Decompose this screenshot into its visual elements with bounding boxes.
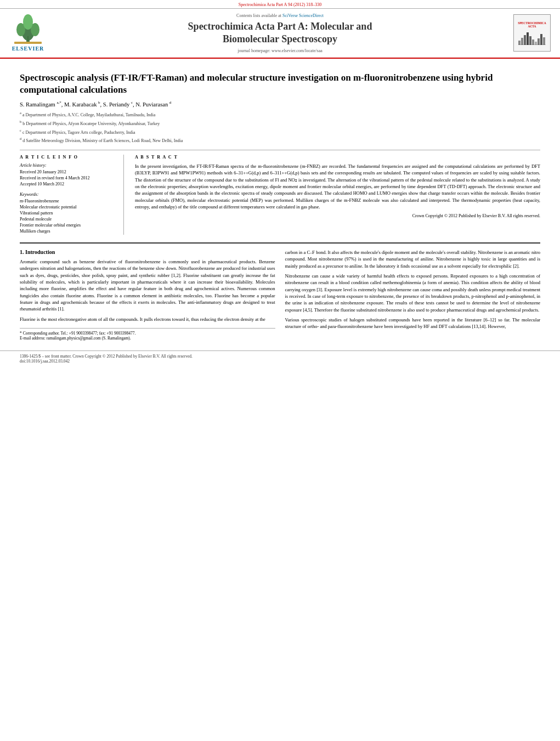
- contents-available-line: Contents lists available at SciVerse Sci…: [53, 13, 507, 18]
- svg-rect-16: [543, 37, 545, 45]
- elsevier-tree-icon: [14, 14, 42, 44]
- footnote-line2: E-mail address: ramalingam.physics@gmail…: [20, 336, 275, 341]
- spectro-logo-title: SPECTROCHIMICAACTA: [518, 21, 546, 29]
- right-column: carbon in a C–F bond. It also affects th…: [285, 249, 541, 341]
- article-info-panel: A R T I C L E I N F O Article history: R…: [20, 155, 124, 235]
- svg-rect-13: [535, 42, 537, 45]
- svg-rect-11: [529, 36, 531, 45]
- svg-rect-6: [14, 42, 42, 44]
- right-para2: Nitrobenzene can cause a wide variety of…: [285, 273, 541, 313]
- bottom-line1: 1386-1425/$ – see front matter. Crown Co…: [20, 354, 540, 359]
- keywords-section: Keywords: m-Fluoronitrobenzene Molecular…: [20, 192, 116, 234]
- article-info-label: A R T I C L E I N F O: [20, 155, 116, 160]
- keyword-5: Frontier molecular orbital energies: [20, 223, 116, 228]
- right-para3: Various spectroscopic studies of halogen…: [285, 316, 541, 330]
- journal-homepage: journal homepage: www.elsevier.com/locat…: [53, 48, 507, 53]
- right-para1: carbon in a C–F bond. It also affects th…: [285, 249, 541, 269]
- elsevier-brand-text: ELSEVIER: [12, 46, 44, 52]
- intro-para1: Aromatic compound such as benzene deriva…: [20, 258, 275, 313]
- received-date: Received 20 January 2012: [20, 169, 116, 174]
- affiliation-b: b b Department of Physics, Afyon Kocatep…: [20, 119, 540, 127]
- affiliation-d: d d Satellite Meteorology Division, Mini…: [20, 136, 540, 144]
- bottom-bar: 1386-1425/$ – see front matter. Crown Co…: [0, 350, 560, 366]
- keyword-6: Mulliken charges: [20, 229, 116, 234]
- history-label: Article history:: [20, 163, 116, 168]
- svg-rect-9: [524, 35, 526, 45]
- sciverse-link[interactable]: SciVerse ScienceDirect: [282, 13, 324, 18]
- copyright-line: Crown Copyright © 2012 Published by Else…: [135, 213, 540, 218]
- authors-line: S. Ramalingam a,*, M. Karabacak b, S. Pe…: [20, 100, 540, 108]
- svg-rect-12: [532, 39, 534, 45]
- intro-para2: Fluorine is the most electronegative ato…: [20, 316, 275, 323]
- keyword-1: m-Fluoronitrobenzene: [20, 199, 116, 203]
- spectro-chart-icon: [518, 30, 546, 45]
- journal-header: ELSEVIER Contents lists available at Sci…: [0, 9, 560, 59]
- accepted-date: Accepted 10 March 2012: [20, 182, 116, 186]
- journal-title-area: Contents lists available at SciVerse Sci…: [53, 13, 507, 53]
- svg-rect-10: [527, 32, 529, 45]
- article-info-abstract-section: A R T I C L E I N F O Article history: R…: [20, 150, 540, 235]
- affiliation-c: c c Department of Physics, Tagore Arts c…: [20, 128, 540, 136]
- article-title: Spectroscopic analysis (FT-IR/FT-Raman) …: [20, 72, 540, 96]
- keyword-4: Pedestal molecule: [20, 217, 116, 222]
- article-body: Spectroscopic analysis (FT-IR/FT-Raman) …: [0, 59, 560, 346]
- intro-heading: 1. Introduction: [20, 249, 275, 255]
- svg-rect-15: [540, 34, 542, 45]
- revised-date: Received in revised form 4 March 2012: [20, 176, 116, 180]
- top-bar: Spectrochimica Acta Part A 94 (2012) 318…: [0, 0, 560, 9]
- footnote-line1: * Corresponding author. Tel.: +91 900339…: [20, 331, 275, 336]
- journal-title: Spectrochimica Acta Part A: Molecular an…: [53, 20, 507, 46]
- keywords-label: Keywords:: [20, 192, 116, 197]
- bottom-line2: doi:10.1016/j.saa.2012.03.042: [20, 359, 540, 364]
- abstract-label: A B S T R A C T: [135, 155, 540, 160]
- affiliation-a: a a Department of Physics, A.V.C. Colleg…: [20, 110, 540, 118]
- spectrochimica-logo: SPECTROCHIMICAACTA: [513, 14, 551, 52]
- svg-rect-8: [521, 38, 523, 45]
- abstract-panel: A B S T R A C T In the present investiga…: [135, 155, 540, 235]
- keyword-3: Vibrational pattern: [20, 211, 116, 216]
- svg-rect-14: [538, 38, 540, 45]
- svg-point-4: [23, 14, 33, 30]
- svg-rect-7: [518, 41, 521, 45]
- footnote: * Corresponding author. Tel.: +91 900339…: [20, 328, 275, 341]
- main-content: 1. Introduction Aromatic compound such a…: [20, 242, 540, 341]
- elsevier-logo: ELSEVIER: [9, 14, 47, 52]
- affiliations: a a Department of Physics, A.V.C. Colleg…: [20, 110, 540, 144]
- abstract-text: In the present investigation, the FT-IR/…: [135, 163, 540, 210]
- journal-citation: Spectrochimica Acta Part A 94 (2012) 318…: [239, 2, 322, 7]
- left-column: 1. Introduction Aromatic compound such a…: [20, 249, 275, 341]
- keyword-2: Molecular electrostatic potential: [20, 205, 116, 210]
